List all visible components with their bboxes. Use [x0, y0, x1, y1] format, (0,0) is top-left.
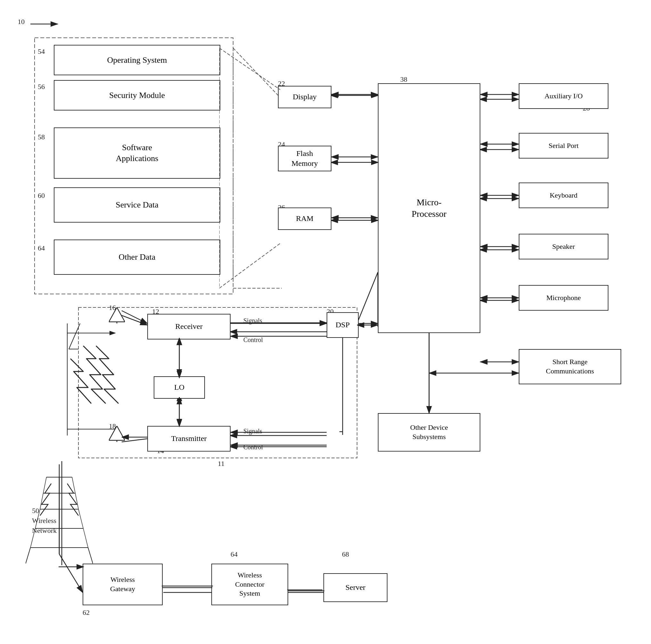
dsp-trans-line — [230, 429, 329, 455]
ant-trans-line — [122, 434, 151, 443]
gw-wcs-horiz — [163, 584, 215, 591]
box-lo: LO — [154, 376, 205, 399]
box-software-applications: SoftwareApplications — [54, 127, 220, 179]
box-ram: RAM — [278, 208, 332, 230]
ref-60: 60 — [38, 191, 45, 200]
ant-recv-line — [122, 312, 151, 332]
mp-mic-arrow — [480, 294, 521, 307]
svg-line-52 — [26, 548, 30, 563]
box-flash-memory: FlashMemory — [278, 146, 332, 171]
lightning-bolts — [32, 339, 122, 452]
wcs-srv-horiz — [287, 588, 327, 594]
ref-38: 38 — [400, 75, 407, 84]
box-wireless-gateway: WirelessGateway — [83, 563, 163, 605]
svg-line-72 — [219, 243, 280, 288]
box-auxiliary-io: Auxiliary I/O — [519, 83, 609, 109]
tower-gw-line — [59, 461, 65, 567]
box-receiver: Receiver — [147, 314, 230, 339]
box-speaker: Speaker — [519, 234, 609, 259]
mp-speaker-arrow — [480, 243, 521, 256]
svg-line-112 — [122, 315, 147, 325]
ref10-arrow — [29, 19, 61, 29]
box-wireless-connector: WirelessConnectorSystem — [211, 563, 288, 605]
box-service-data: Service Data — [54, 187, 220, 222]
box-short-range: Short RangeCommunications — [519, 349, 621, 384]
mp-serial-arrow — [480, 143, 521, 156]
ref-10: 10 — [18, 18, 25, 26]
lo-receiver-line — [176, 338, 183, 379]
box-display: Display — [278, 86, 332, 108]
ref-64-other: 64 — [38, 244, 45, 252]
display-mp-arrow — [331, 89, 380, 102]
ref-62: 62 — [83, 609, 90, 617]
dsp-vert-line — [339, 337, 359, 436]
flash-mp-arrow — [331, 156, 380, 169]
ref-54: 54 — [38, 48, 45, 56]
ram-mp-arrow — [331, 214, 380, 227]
dashed-connect — [219, 42, 283, 295]
box-microphone: Microphone — [519, 285, 609, 311]
svg-line-53 — [88, 548, 93, 563]
lo-transmitter-line — [176, 397, 183, 429]
svg-line-71 — [219, 48, 280, 90]
ref-64-wcs: 64 — [230, 550, 238, 558]
ref-58: 58 — [38, 133, 45, 141]
box-security-module: Security Module — [54, 80, 220, 111]
box-serial-port: Serial Port — [519, 133, 609, 158]
box-server: Server — [323, 573, 388, 602]
box-microprocessor: Micro-Processor — [378, 83, 480, 333]
box-other-data: Other Data — [54, 240, 220, 275]
diagram-container: 10 54 Operating System 56 Security Modul… — [0, 0, 651, 644]
ref-56: 56 — [38, 83, 45, 91]
box-operating-system: Operating System — [54, 45, 220, 75]
tower-gw-horiz — [59, 563, 86, 570]
dsp-mp-line — [357, 312, 379, 344]
box-other-device: Other DeviceSubsystems — [378, 413, 480, 452]
mp-keyboard-arrow — [480, 192, 521, 205]
mp-auxio-arrow — [480, 93, 521, 106]
mp-shortrange-arrow — [429, 367, 522, 379]
ref-68: 68 — [342, 550, 349, 558]
recv-dsp-line — [230, 313, 329, 342]
ref-11: 11 — [218, 460, 224, 468]
box-transmitter: Transmitter — [147, 426, 230, 452]
box-dsp: DSP — [327, 312, 359, 338]
box-keyboard: Keyboard — [519, 183, 609, 208]
